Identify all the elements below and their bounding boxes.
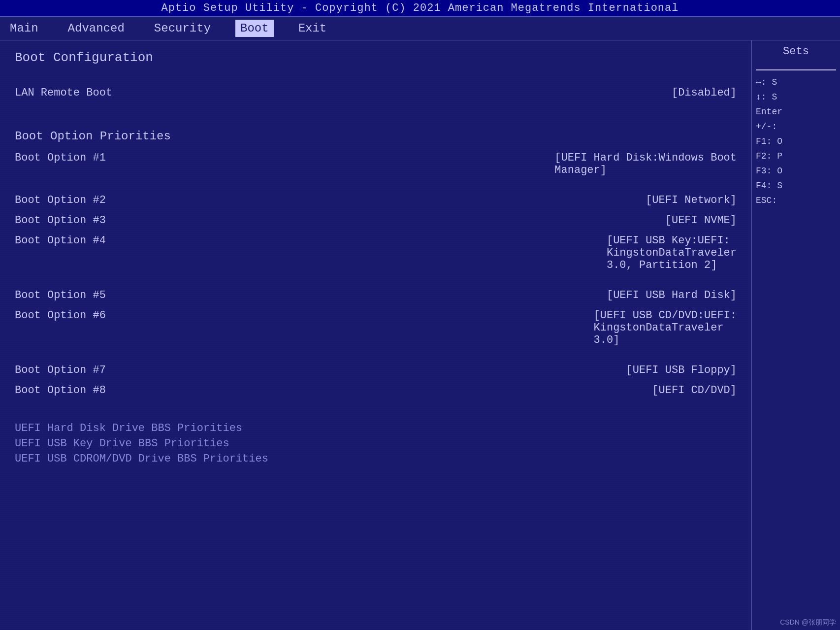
boot-option-6-row[interactable]: Boot Option #6 [UEFI USB CD/DVD:UEFI:Kin… — [15, 307, 737, 348]
boot-option-1-label: Boot Option #1 — [15, 152, 222, 164]
boot-option-6-label: Boot Option #6 — [15, 309, 222, 322]
sidebar-key-enter: Enter — [756, 107, 836, 117]
content-area: Boot Configuration LAN Remote Boot [Disa… — [0, 40, 751, 630]
boot-option-8-row[interactable]: Boot Option #8 [UEFI CD/DVD] — [15, 382, 737, 398]
nav-main[interactable]: Main — [5, 20, 43, 37]
sidebar-key-1: ↔: S — [756, 77, 836, 87]
lan-remote-boot-value: [Disabled] — [672, 87, 737, 99]
sidebar-key-esc: ESC: — [756, 196, 836, 205]
boot-option-3-label: Boot Option #3 — [15, 214, 222, 227]
boot-option-6-value: [UEFI USB CD/DVD:UEFI:KingstonDataTravel… — [594, 309, 737, 346]
boot-option-5-row[interactable]: Boot Option #5 [UEFI USB Hard Disk] — [15, 287, 737, 303]
title-text: Aptio Setup Utility - Copyright (C) 2021… — [162, 2, 679, 14]
sidebar: Sets ↔: S ↕: S Enter +/-: F1: O F2: P F3… — [751, 40, 840, 630]
nav-security[interactable]: Security — [149, 20, 216, 37]
sidebar-key-f4: F4: S — [756, 181, 836, 191]
nav-advanced[interactable]: Advanced — [63, 20, 129, 37]
section-title: Boot Configuration — [15, 50, 737, 65]
boot-option-7-label: Boot Option #7 — [15, 364, 222, 376]
nav-boot[interactable]: Boot — [235, 20, 274, 37]
boot-option-5-label: Boot Option #5 — [15, 289, 222, 301]
title-bar: Aptio Setup Utility - Copyright (C) 2021… — [0, 0, 840, 17]
boot-option-4-row[interactable]: Boot Option #4 [UEFI USB Key:UEFI:Kingst… — [15, 232, 737, 273]
nav-bar: Main Advanced Security Boot Exit — [0, 17, 840, 40]
watermark: CSDN @张朋同学 — [780, 618, 836, 627]
bbs-item-3[interactable]: UEFI USB CDROM/DVD Drive BBS Priorities — [15, 453, 737, 465]
sidebar-title: Sets — [756, 45, 836, 58]
lan-remote-boot-label: LAN Remote Boot — [15, 87, 222, 99]
bbs-item-1[interactable]: UEFI Hard Disk Drive BBS Priorities — [15, 422, 737, 434]
sidebar-key-f2: F2: P — [756, 151, 836, 161]
boot-option-7-value: [UEFI USB Floppy] — [626, 364, 737, 376]
sidebar-key-plusminus: +/-: — [756, 122, 836, 132]
sidebar-key-2: ↕: S — [756, 92, 836, 102]
boot-option-4-label: Boot Option #4 — [15, 234, 222, 247]
nav-exit[interactable]: Exit — [293, 20, 332, 37]
bbs-item-2[interactable]: UEFI USB Key Drive BBS Priorities — [15, 437, 737, 450]
boot-option-2-row[interactable]: Boot Option #2 [UEFI Network] — [15, 192, 737, 208]
sidebar-key-f1: F1: O — [756, 136, 836, 146]
boot-option-4-value: [UEFI USB Key:UEFI:KingstonDataTraveler3… — [607, 234, 737, 271]
boot-options-title: Boot Option Priorities — [15, 130, 737, 143]
boot-option-8-label: Boot Option #8 — [15, 384, 222, 397]
boot-option-1-row[interactable]: Boot Option #1 [UEFI Hard Disk:Windows B… — [15, 150, 737, 178]
main-layout: Boot Configuration LAN Remote Boot [Disa… — [0, 40, 840, 630]
boot-option-7-row[interactable]: Boot Option #7 [UEFI USB Floppy] — [15, 362, 737, 378]
boot-option-1-value: [UEFI Hard Disk:Windows BootManager] — [554, 152, 737, 176]
boot-option-3-row[interactable]: Boot Option #3 [UEFI NVME] — [15, 212, 737, 229]
sidebar-divider — [756, 69, 836, 70]
boot-option-2-value: [UEFI Network] — [646, 194, 737, 206]
boot-option-3-value: [UEFI NVME] — [665, 214, 737, 227]
boot-option-2-label: Boot Option #2 — [15, 194, 222, 206]
boot-option-5-value: [UEFI USB Hard Disk] — [607, 289, 737, 301]
lan-remote-boot-row[interactable]: LAN Remote Boot [Disabled] — [15, 85, 737, 101]
sidebar-key-f3: F3: O — [756, 166, 836, 176]
boot-option-8-value: [UEFI CD/DVD] — [652, 384, 737, 397]
